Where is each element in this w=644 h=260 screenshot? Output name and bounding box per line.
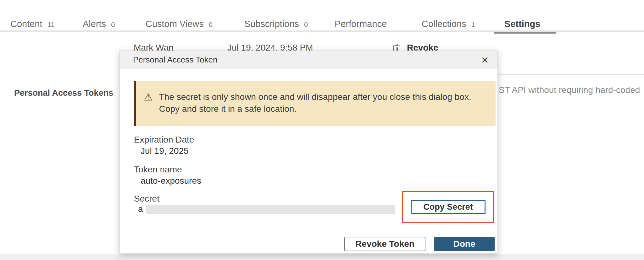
- token-name-label: Token name: [134, 165, 182, 175]
- tab-label: Custom Views: [146, 19, 204, 29]
- tab-collections[interactable]: Collections1: [422, 19, 475, 29]
- warning-banner: ⚠ The secret is only shown once and will…: [134, 81, 496, 126]
- section-divider: [491, 74, 644, 75]
- secret-value-partial: a: [138, 204, 143, 214]
- tab-content[interactable]: Content11: [10, 19, 54, 29]
- tab-custom-views[interactable]: Custom Views0: [146, 19, 213, 29]
- dialog-title: Personal Access Token: [133, 55, 217, 65]
- dialog-header: Personal Access Token ✕: [120, 51, 497, 69]
- section-description-clipped: ST API without requiring hard-coded: [499, 85, 640, 95]
- token-name-value: auto-exposures: [141, 176, 201, 186]
- personal-access-token-dialog: Personal Access Token ✕ ⚠ The secret is …: [119, 51, 498, 254]
- page-bottom-strip: [0, 254, 644, 260]
- active-tab-underline: [494, 32, 556, 34]
- revoke-token-button[interactable]: Revoke Token: [344, 237, 425, 251]
- section-label: Personal Access Tokens: [14, 88, 113, 98]
- tab-subscriptions[interactable]: Subscriptions0: [244, 19, 308, 29]
- copy-secret-button[interactable]: Copy Secret: [411, 200, 486, 214]
- tab-label: Collections: [422, 19, 466, 29]
- tab-count-badge: 0: [304, 21, 308, 29]
- tab-bar: Content11 Alerts0 Custom Views0 Subscrip…: [0, 0, 644, 32]
- screen: Content11 Alerts0 Custom Views0 Subscrip…: [0, 0, 644, 260]
- tab-label: Settings: [504, 19, 540, 29]
- tab-alerts[interactable]: Alerts0: [83, 19, 115, 29]
- warning-text: The secret is only shown once and will d…: [159, 91, 483, 115]
- tab-settings[interactable]: Settings: [504, 19, 540, 29]
- tab-count-badge: 0: [209, 21, 213, 29]
- tab-label: Performance: [335, 19, 387, 29]
- tab-performance[interactable]: Performance: [335, 19, 387, 29]
- tab-label: Alerts: [83, 19, 106, 29]
- warning-icon: ⚠: [144, 91, 153, 103]
- secret-redacted-bar: [146, 205, 395, 214]
- expiration-date-value: Jul 19, 2025: [141, 146, 189, 156]
- tab-count-badge: 0: [111, 21, 115, 29]
- expiration-date-label: Expiration Date: [134, 135, 194, 145]
- tab-count-badge: 1: [471, 21, 475, 29]
- secret-label: Secret: [134, 194, 159, 204]
- close-icon[interactable]: ✕: [478, 53, 492, 67]
- done-button[interactable]: Done: [434, 237, 495, 251]
- tab-label: Content: [10, 19, 42, 29]
- tab-count-badge: 11: [47, 21, 55, 29]
- tab-label: Subscriptions: [244, 19, 299, 29]
